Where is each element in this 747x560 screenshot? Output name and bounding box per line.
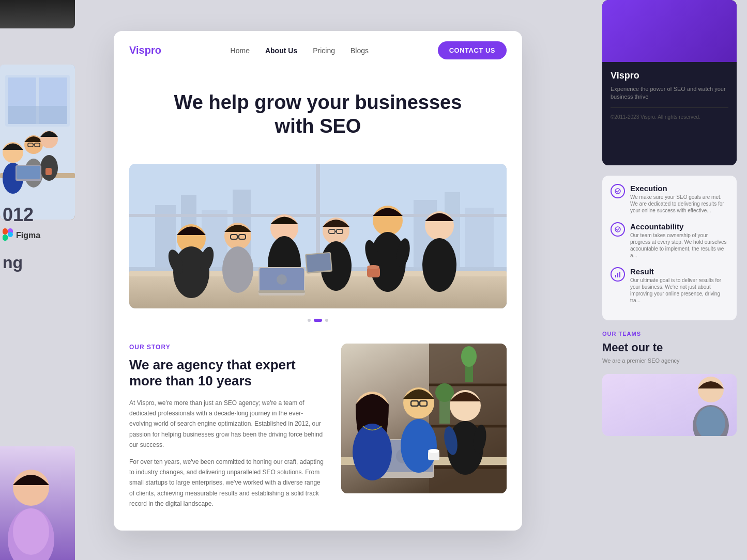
- svg-point-88: [461, 346, 477, 367]
- right-card-copyright: ©2011-2023 Vispro. All rights reserved.: [611, 114, 728, 120]
- teams-title: Meet our te: [602, 341, 737, 354]
- contact-us-button[interactable]: CONTACT US: [438, 41, 507, 59]
- nav-about[interactable]: About Us: [265, 46, 297, 55]
- right-vispro-card: Vispro Experience the power of SEO and w…: [602, 0, 737, 165]
- figma-icon: [3, 228, 13, 243]
- svg-rect-16: [17, 166, 40, 179]
- svg-point-27: [13, 508, 49, 555]
- svg-rect-30: [615, 275, 616, 277]
- navbar: Vispro Home About Us Pricing Blogs CONTA…: [114, 31, 522, 70]
- left-top-image: [0, 0, 75, 28]
- dot-1[interactable]: [308, 319, 311, 322]
- story-team-photo: [341, 344, 507, 493]
- figma-label: Figma: [16, 231, 40, 240]
- hero-image: [129, 164, 507, 308]
- page-wrapper: 012 Figma ng: [0, 0, 747, 560]
- execution-desc: We make sure your SEO goals are met. We …: [630, 194, 728, 214]
- accountability-icon: [611, 222, 625, 237]
- right-card-divider: [611, 107, 728, 108]
- right-teams-section: OUR TEAMS Meet our te We are a premier S…: [602, 331, 737, 364]
- story-paragraph1: At Vispro, we're more than just an SEO a…: [129, 398, 326, 450]
- nav-home[interactable]: Home: [231, 46, 250, 55]
- svg-rect-63: [258, 290, 305, 293]
- svg-point-55: [222, 246, 253, 293]
- svg-point-75: [422, 238, 456, 292]
- right-card-purple-bg: [602, 0, 737, 62]
- teams-label: OUR TEAMS: [602, 331, 737, 337]
- teams-desc: We are a premier SEO agency: [602, 357, 737, 364]
- right-panel: Vispro Experience the power of SEO and w…: [597, 0, 747, 560]
- accountability-content: Accountability Our team takes ownership …: [630, 222, 728, 259]
- result-icon: [611, 267, 625, 282]
- hero-section: We help grow your businesses with SEO: [114, 70, 522, 153]
- svg-rect-18: [3, 228, 8, 235]
- story-label: OUR STORY: [129, 344, 326, 351]
- feature-result: Result Our ultimate goal is to deliver r…: [611, 267, 728, 304]
- feature-accountability: Accountability Our team takes ownership …: [611, 222, 728, 259]
- right-card-dark-section: Vispro Experience the power of SEO and w…: [602, 62, 737, 165]
- result-desc: Our ultimate goal is to deliver results …: [630, 277, 728, 304]
- left-bottom-image: [0, 446, 75, 560]
- result-title: Result: [630, 267, 728, 276]
- svg-point-64: [277, 274, 287, 285]
- accountability-desc: Our team takes ownership of your progres…: [630, 232, 728, 259]
- svg-point-94: [353, 424, 392, 480]
- left-ng-text: ng: [3, 253, 23, 272]
- svg-point-21: [8, 232, 13, 237]
- svg-point-96: [401, 419, 437, 473]
- story-section: OUR STORY We are agency that expert more…: [114, 328, 522, 531]
- story-paragraph2: For over ten years, we've been committed…: [129, 457, 326, 509]
- story-title: We are agency that expert more than 10 y…: [129, 357, 326, 389]
- feature-execution: Execution We make sure your SEO goals ar…: [611, 184, 728, 214]
- dot-3[interactable]: [325, 319, 328, 322]
- nav-links: Home About Us Pricing Blogs: [231, 46, 369, 55]
- svg-point-86: [435, 383, 454, 402]
- hero-title-line1: We help grow your businesses: [174, 91, 462, 113]
- main-card: Vispro Home About Us Pricing Blogs CONTA…: [114, 31, 522, 531]
- left-mid-image: [0, 65, 75, 220]
- right-card-description: Experience the power of SEO and watch yo…: [611, 85, 728, 101]
- year-number: 012: [3, 204, 34, 225]
- execution-icon: [611, 184, 625, 198]
- nav-logo: Vispro: [129, 44, 161, 56]
- dot-2[interactable]: [314, 319, 322, 322]
- svg-rect-32: [619, 272, 620, 277]
- execution-content: Execution We make sure your SEO goals ar…: [630, 184, 728, 214]
- svg-rect-79: [306, 253, 331, 272]
- accountability-title: Accountability: [630, 222, 728, 231]
- svg-point-34: [698, 377, 724, 402]
- story-content: OUR STORY We are agency that expert more…: [129, 344, 326, 515]
- svg-point-77: [367, 265, 379, 269]
- svg-point-105: [428, 449, 439, 453]
- right-features-section: Execution We make sure your SEO goals ar…: [602, 176, 737, 320]
- hero-title-line2: with SEO: [275, 115, 361, 137]
- right-card-logo: Vispro: [611, 70, 728, 81]
- nav-blogs[interactable]: Blogs: [350, 46, 369, 55]
- carousel-dots: [114, 319, 522, 322]
- svg-rect-4: [8, 106, 67, 124]
- svg-rect-17: [45, 168, 52, 175]
- result-content: Result Our ultimate goal is to deliver r…: [630, 267, 728, 304]
- nav-pricing[interactable]: Pricing: [313, 46, 335, 55]
- execution-title: Execution: [630, 184, 728, 193]
- svg-rect-22: [3, 235, 8, 241]
- hero-title: We help grow your businesses with SEO: [129, 91, 507, 138]
- left-panel: 012 Figma ng: [0, 0, 80, 560]
- right-bottom-card: [602, 374, 737, 436]
- svg-rect-31: [617, 273, 618, 277]
